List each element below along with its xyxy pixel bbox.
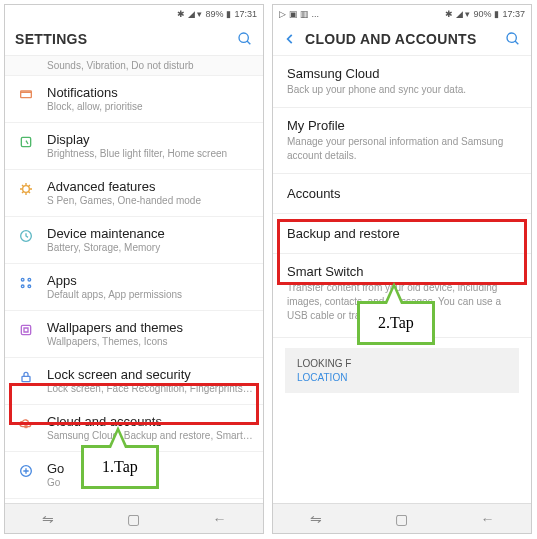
row-label: Smart Switch bbox=[287, 264, 517, 279]
row-label: Apps bbox=[47, 273, 253, 288]
search-icon[interactable] bbox=[505, 31, 521, 47]
row-label: Device maintenance bbox=[47, 226, 253, 241]
notifications-icon bbox=[15, 87, 37, 103]
row-notifications[interactable]: Notifications Block, allow, prioritise bbox=[5, 76, 263, 123]
cloud-header: CLOUD AND ACCOUNTS bbox=[273, 23, 531, 56]
svg-point-14 bbox=[507, 33, 516, 42]
clock: 17:37 bbox=[502, 9, 525, 19]
row-label: Samsung Cloud bbox=[287, 66, 517, 81]
cloud-list: Samsung Cloud Back up your phone and syn… bbox=[273, 56, 531, 503]
settings-screen: ✱ ◢ ▾ 89% ▮ 17:31 SETTINGS Sounds, Vibra… bbox=[4, 4, 264, 534]
battery-pct: 89% bbox=[205, 9, 223, 19]
display-icon bbox=[15, 134, 37, 150]
row-samsung-cloud[interactable]: Samsung Cloud Back up your phone and syn… bbox=[273, 56, 531, 108]
back-button[interactable]: ← bbox=[481, 511, 495, 527]
row-apps[interactable]: Apps Default apps, App permissions bbox=[5, 264, 263, 311]
clock: 17:31 bbox=[234, 9, 257, 19]
row-sub: Manage your personal information and Sam… bbox=[287, 135, 517, 163]
row-label: Advanced features bbox=[47, 179, 253, 194]
status-icons: ✱ ◢ ▾ bbox=[177, 9, 202, 19]
row-label: Cloud and accounts bbox=[47, 414, 253, 429]
row-sub: Samsung Cloud, Backup and restore, Smart… bbox=[47, 429, 253, 442]
lock-icon bbox=[15, 369, 37, 385]
status-bar: ▷ ▣ ▥ ... ✱ ◢ ▾ 90% ▮ 17:37 bbox=[273, 5, 531, 23]
back-icon[interactable] bbox=[283, 32, 297, 46]
battery-icon: ▮ bbox=[226, 9, 231, 19]
page-title: CLOUD AND ACCOUNTS bbox=[305, 31, 505, 47]
row-accounts[interactable]: Accounts bbox=[273, 174, 531, 214]
row-backup-restore[interactable]: Backup and restore bbox=[273, 214, 531, 254]
svg-point-8 bbox=[21, 285, 24, 288]
nav-bar: ⇋ ▢ ← bbox=[5, 503, 263, 533]
battery-pct: 90% bbox=[473, 9, 491, 19]
truncated-prev-row: Sounds, Vibration, Do not disturb bbox=[5, 56, 263, 76]
home-button[interactable]: ▢ bbox=[395, 511, 408, 527]
svg-point-0 bbox=[239, 33, 248, 42]
looking-for-box[interactable]: LOOKING F LOCATION bbox=[285, 348, 519, 393]
settings-header: SETTINGS bbox=[5, 23, 263, 56]
apps-icon bbox=[15, 275, 37, 291]
battery-icon: ▮ bbox=[494, 9, 499, 19]
svg-point-7 bbox=[28, 278, 31, 281]
row-label: Notifications bbox=[47, 85, 253, 100]
status-icons: ✱ ◢ ▾ bbox=[445, 9, 470, 19]
maintenance-icon bbox=[15, 228, 37, 244]
row-label: Lock screen and security bbox=[47, 367, 253, 382]
row-sub: Wallpapers, Themes, Icons bbox=[47, 335, 253, 348]
row-my-profile[interactable]: My Profile Manage your personal informat… bbox=[273, 108, 531, 174]
row-sub: Battery, Storage, Memory bbox=[47, 241, 253, 254]
status-bar: ✱ ◢ ▾ 89% ▮ 17:31 bbox=[5, 5, 263, 23]
nav-bar: ⇋ ▢ ← bbox=[273, 503, 531, 533]
svg-line-1 bbox=[247, 41, 250, 44]
row-sub: Brightness, Blue light filter, Home scre… bbox=[47, 147, 253, 160]
recents-button[interactable]: ⇋ bbox=[42, 511, 54, 527]
cloud-icon bbox=[15, 416, 37, 432]
callout-2: 2.Tap bbox=[357, 301, 435, 345]
google-icon bbox=[15, 463, 37, 479]
row-sub: Lock screen, Face Recognition, Fingerpri… bbox=[47, 382, 253, 395]
svg-rect-3 bbox=[21, 137, 30, 146]
row-label: Display bbox=[47, 132, 253, 147]
looking-for-link[interactable]: LOCATION bbox=[297, 372, 507, 383]
row-device-maintenance[interactable]: Device maintenance Battery, Storage, Mem… bbox=[5, 217, 263, 264]
svg-rect-10 bbox=[21, 325, 30, 334]
settings-list: Notifications Block, allow, prioritise D… bbox=[5, 76, 263, 503]
svg-point-4 bbox=[23, 186, 30, 193]
status-left-icons: ▷ ▣ ▥ ... bbox=[279, 9, 319, 19]
wallpapers-icon bbox=[15, 322, 37, 338]
svg-rect-11 bbox=[22, 376, 30, 381]
row-label: Wallpapers and themes bbox=[47, 320, 253, 335]
row-sub: S Pen, Games, One-handed mode bbox=[47, 194, 253, 207]
row-label: My Profile bbox=[287, 118, 517, 133]
callout-1: 1.Tap bbox=[81, 445, 159, 489]
search-icon[interactable] bbox=[237, 31, 253, 47]
row-sub: Back up your phone and sync your data. bbox=[287, 83, 517, 97]
svg-point-9 bbox=[28, 285, 31, 288]
home-button[interactable]: ▢ bbox=[127, 511, 140, 527]
looking-for-label: LOOKING F bbox=[297, 358, 507, 369]
svg-line-15 bbox=[515, 41, 518, 44]
row-display[interactable]: Display Brightness, Blue light filter, H… bbox=[5, 123, 263, 170]
row-lock-security[interactable]: Lock screen and security Lock screen, Fa… bbox=[5, 358, 263, 405]
advanced-icon bbox=[15, 181, 37, 197]
recents-button[interactable]: ⇋ bbox=[310, 511, 322, 527]
svg-point-6 bbox=[21, 278, 24, 281]
page-title: SETTINGS bbox=[15, 31, 237, 47]
row-sub: Default apps, App permissions bbox=[47, 288, 253, 301]
back-button[interactable]: ← bbox=[213, 511, 227, 527]
cloud-accounts-screen: ▷ ▣ ▥ ... ✱ ◢ ▾ 90% ▮ 17:37 CLOUD AND AC… bbox=[272, 4, 532, 534]
row-sub: Block, allow, prioritise bbox=[47, 100, 253, 113]
row-advanced-features[interactable]: Advanced features S Pen, Games, One-hand… bbox=[5, 170, 263, 217]
row-wallpapers-themes[interactable]: Wallpapers and themes Wallpapers, Themes… bbox=[5, 311, 263, 358]
